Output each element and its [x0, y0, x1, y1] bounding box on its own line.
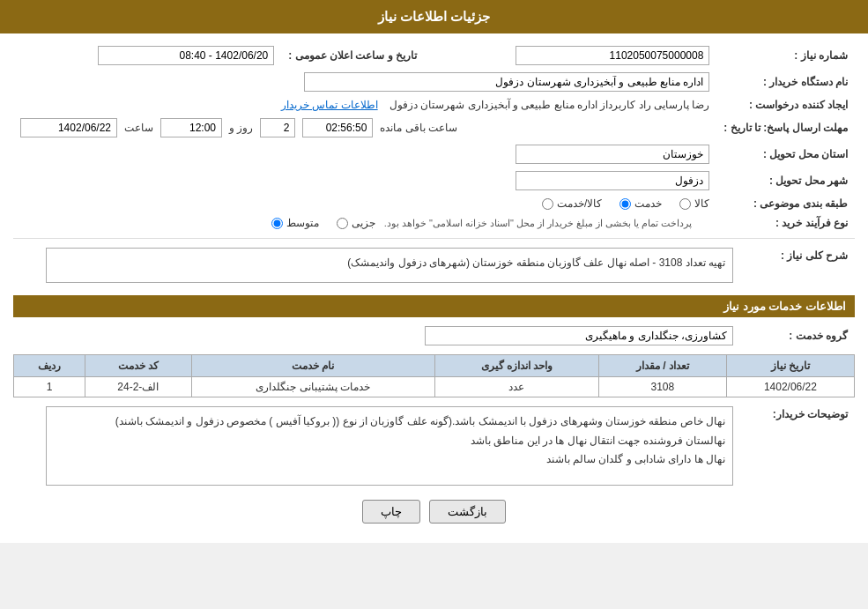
ijadkonande-row: ایجاد کننده درخواست : رضا پارسایی راد کا… [13, 95, 855, 115]
cell-tarikh: 1402/06/22 [726, 377, 854, 397]
shahr-input [516, 171, 709, 190]
tawzih-row: توضیحات خریدار: نهال خاص منطقه خوزستان و… [13, 403, 855, 489]
cell-tedad: 3108 [598, 377, 726, 397]
divider-1 [13, 238, 855, 239]
main-container: جزئیات اطلاعات نیاز شماره نیاز : تاریخ و… [0, 0, 868, 543]
shahr-row: شهر محل تحویل : [13, 167, 855, 194]
ostan-value [13, 141, 716, 167]
tabaqebandi-khedmat-option[interactable]: خدمت [619, 197, 662, 210]
tabaqebandi-row: طبقه بندی موضوعی : کالا/خدمت خدمت کالا [13, 194, 855, 213]
grouh-label: گروه خدمت : [740, 323, 855, 349]
page-header: جزئیات اطلاعات نیاز [0, 0, 868, 33]
service-table-header-row: تاریخ نیاز تعداد / مقدار واحد اندازه گیر… [14, 355, 855, 377]
shomare-label: شماره نیاز : [716, 42, 855, 69]
col-kodkhadamat: کد خدمت [85, 355, 192, 377]
col-namkhadamat: نام خدمت [191, 355, 434, 377]
farayand-note: پرداخت تمام یا بخشی از مبلغ خریدار از مح… [384, 218, 693, 229]
service-table-body: 1402/06/22 3108 عدد خدمات پشتیبانی جنگلد… [14, 377, 855, 397]
sharh-row: شرح کلی نیاز : تهیه تعداد 3108 - اصله نه… [13, 244, 855, 286]
service-table-head: تاریخ نیاز تعداد / مقدار واحد اندازه گیر… [14, 355, 855, 377]
shahr-label: شهر محل تحویل : [716, 167, 855, 194]
button-row: بازگشت چاپ [13, 500, 855, 524]
grouh-input [425, 326, 733, 345]
namdastgah-row: نام دستگاه خریدار : [13, 69, 855, 95]
tabaqebandi-kalaKhedmat-option[interactable]: کالا/خدمت [542, 197, 602, 210]
namdastgah-value [13, 69, 716, 95]
sharh-table: شرح کلی نیاز : تهیه تعداد 3108 - اصله نه… [13, 244, 855, 286]
grouh-table: گروه خدمت : [13, 323, 855, 349]
tabaqebandi-kalaKhedmat-label: کالا/خدمت [557, 197, 602, 210]
mohlat-roz-label: روز و [229, 122, 253, 134]
chap-button[interactable]: چاپ [362, 500, 420, 524]
tarikh-aeln-input [98, 46, 274, 65]
farayand-motavasset-label: متوسط [286, 217, 319, 229]
noeFarayand-value: متوسط جزیی پرداخت تمام یا بخشی از مبلغ خ… [13, 213, 716, 233]
tabaqebandi-kala-radio[interactable] [679, 198, 691, 210]
mohlat-mande-label: ساعت باقی مانده [380, 122, 457, 134]
ijadkonande-text: رضا پارسایی راد کاربرداز اداره منابع طبی… [389, 99, 709, 111]
service-table: تاریخ نیاز تعداد / مقدار واحد اندازه گیر… [13, 354, 855, 397]
tabaqebandi-label: طبقه بندی موضوعی : [716, 194, 855, 213]
mohlat-mande-input [302, 118, 373, 137]
khadamat-section-title: اطلاعات خدمات مورد نیاز [13, 295, 855, 317]
tabaqebandi-khedmat-label: خدمت [634, 197, 662, 210]
cell-radif: 1 [14, 377, 85, 397]
main-info-table: شماره نیاز : تاریخ و ساعت اعلان عمومی : … [13, 42, 855, 233]
col-tarikh: تاریخ نیاز [726, 355, 854, 377]
tawzih-box: نهال خاص منطقه خوزستان وشهرهای دزفول با … [46, 406, 733, 486]
farayand-jozee-label: جزیی [352, 217, 375, 229]
tabaqebandi-value: کالا/خدمت خدمت کالا [13, 194, 716, 213]
farayand-motavasset-radio[interactable] [271, 218, 283, 229]
shomare-row: شماره نیاز : تاریخ و ساعت اعلان عمومی : [13, 42, 855, 69]
farayand-motavasset-option[interactable]: متوسط [271, 217, 319, 229]
noeFarayand-row: نوع فرآیند خرید : متوسط جزیی [13, 213, 855, 233]
ijadkonande-label: ایجاد کننده درخواست : [716, 95, 855, 115]
grouh-row: گروه خدمت : [13, 323, 855, 349]
ijadkonande-value: رضا پارسایی راد کاربرداز اداره منابع طبی… [13, 95, 716, 115]
mohlat-row: مهلت ارسال پاسخ: تا تاریخ : ساعت روز و س… [13, 115, 855, 141]
tabaqebandi-kalaKhedmat-radio[interactable] [542, 198, 553, 210]
col-vahed: واحد اندازه گیری [434, 355, 598, 377]
grouh-value [13, 323, 740, 349]
mohlat-saat-label: ساعت [124, 122, 153, 134]
cell-vahed: عدد [434, 377, 598, 397]
ostan-label: استان محل تحویل : [716, 141, 855, 167]
col-radif: ردیف [14, 355, 85, 377]
mohlat-value: ساعت روز و ساعت باقی مانده [13, 115, 716, 141]
shahr-value [13, 167, 716, 194]
mohlat-saat-input [160, 118, 222, 137]
page-content: شماره نیاز : تاریخ و ساعت اعلان عمومی : … [0, 33, 868, 543]
ostan-input [516, 145, 709, 164]
tawzih-label: توضیحات خریدار: [740, 403, 855, 489]
page-title: جزئیات اطلاعات نیاز [378, 9, 490, 24]
farayand-jozee-radio[interactable] [337, 218, 348, 229]
noeFarayand-label: نوع فرآیند خرید : [716, 213, 855, 233]
col-tedad: تعداد / مقدار [598, 355, 726, 377]
namdastgah-label: نام دستگاه خریدار : [716, 69, 855, 95]
mohlat-roz-input [260, 118, 295, 137]
cell-namkhadamat: خدمات پشتیبانی جنگلداری [191, 377, 434, 397]
mohlat-label: مهلت ارسال پاسخ: تا تاریخ : [716, 115, 855, 141]
cell-kodkhadamat: الف-2-24 [85, 377, 192, 397]
shomare-input [516, 46, 709, 65]
bazgasht-button[interactable]: بازگشت [429, 500, 506, 524]
farayand-jozee-option[interactable]: جزیی [337, 217, 375, 229]
table-row: 1402/06/22 3108 عدد خدمات پشتیبانی جنگلد… [14, 377, 855, 397]
sharh-label: شرح کلی نیاز : [740, 244, 855, 286]
namdastgah-input [304, 72, 709, 92]
tabaqebandi-khedmat-radio[interactable] [619, 198, 631, 210]
shomare-value [424, 42, 716, 69]
tabaqebandi-kala-label: کالا [694, 197, 709, 210]
tabaqebandi-kala-option[interactable]: کالا [679, 197, 709, 210]
tarikh-aeln-label: تاریخ و ساعت اعلان عمومی : [281, 42, 424, 69]
tamas-kharidan-link[interactable]: اطلاعات تماس خریدار [281, 99, 378, 111]
ostan-row: استان محل تحویل : [13, 141, 855, 167]
tarikh-aeln-value [13, 42, 281, 69]
sharh-value: تهیه تعداد 3108 - اصله نهال علف گاوزبان … [13, 244, 740, 286]
sharh-box: تهیه تعداد 3108 - اصله نهال علف گاوزبان … [46, 248, 733, 283]
mohlat-date-input [20, 118, 117, 137]
tawzih-table: توضیحات خریدار: نهال خاص منطقه خوزستان و… [13, 403, 855, 489]
tawzih-value: نهال خاص منطقه خوزستان وشهرهای دزفول با … [13, 403, 740, 489]
